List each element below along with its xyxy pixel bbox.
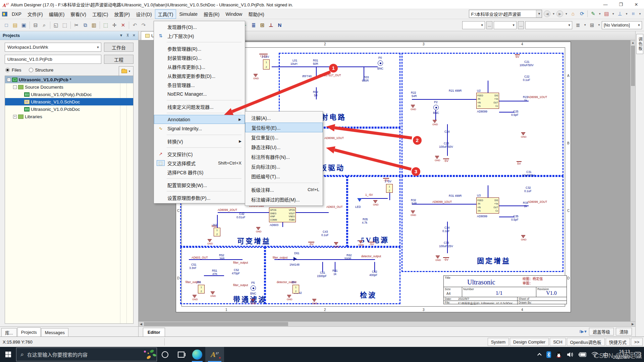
menu-item-报告(R)[interactable]: 报告(R) xyxy=(201,9,222,19)
close-panel-icon[interactable]: ✕ xyxy=(132,33,136,38)
speaker-icon[interactable] xyxy=(567,352,574,358)
tree-item-Ultrasonic_V1.0(Poly).PcbDoc[interactable]: Ultrasonic_V1.0(Poly).PcbDoc xyxy=(5,91,133,98)
tools-menu-item-选择PCB 器件(S)[interactable]: 选择PCB 器件(S) xyxy=(154,168,245,177)
annotation-item-标注编译过的图纸(M)...[interactable]: 标注编译过的图纸(M)... xyxy=(245,194,323,204)
back-history-dropdown[interactable]: ▼ xyxy=(552,12,555,15)
taskbar-clock[interactable]: 16:132022/8/7 xyxy=(613,349,630,360)
forward-button[interactable]: ▶ xyxy=(556,10,563,17)
annotation-item-反向标注(B)...[interactable]: 反向标注(B)... xyxy=(245,162,323,171)
chevron-down-icon[interactable]: ▼ xyxy=(625,12,628,15)
move-icon[interactable]: ✛ xyxy=(110,21,118,29)
pin-icon[interactable]: ⊼ xyxy=(126,33,129,38)
tools-menu-item-转换(V)[interactable]: 转换(V)▶ xyxy=(154,137,245,146)
save-icon[interactable]: ▣ xyxy=(20,21,28,29)
tools-menu-item-设置原理图参数(P)...[interactable]: 设置原理图参数(P)... xyxy=(154,193,245,202)
cut-icon[interactable]: ✂ xyxy=(72,21,80,29)
find-combo-1[interactable]: ▼ xyxy=(462,21,485,29)
statusbar-button->>[interactable]: >> xyxy=(631,338,643,346)
ime-indicator[interactable]: 中 xyxy=(603,351,608,359)
maximize-button[interactable]: ❐ xyxy=(613,0,629,9)
taskbar-altium-button[interactable]: A17 xyxy=(205,347,224,362)
tools-menu-item-发现器件(O)...[interactable]: 发现器件(O)... xyxy=(154,22,245,31)
annotation-item-图纸编号(T)...[interactable]: 图纸编号(T)... xyxy=(245,171,323,181)
annotation-item-复位标号(E)...[interactable]: 复位标号(E)... xyxy=(245,123,323,132)
battery-icon[interactable] xyxy=(579,352,587,357)
tree-item-Ultrasonic_V1.0.PcbDoc[interactable]: Ultrasonic_V1.0.PcbDoc xyxy=(5,105,133,113)
menu-item-DXP[interactable]: DXP xyxy=(9,10,24,18)
annotation-item-注解(A)...[interactable]: 注解(A)... xyxy=(245,113,323,123)
network-icon[interactable] xyxy=(591,352,598,357)
workspace-button[interactable]: 工作台 xyxy=(104,43,133,52)
tools-menu-item-NoERC Manager...[interactable]: NoERC Manager... xyxy=(154,89,245,98)
menu-item-Window[interactable]: Window xyxy=(222,10,245,18)
zoom-area-icon[interactable]: ◱ xyxy=(52,21,60,29)
minimize-button[interactable]: — xyxy=(598,0,613,9)
zoom-fit-icon[interactable]: ⬚ xyxy=(61,21,69,29)
open-project-button[interactable]: ▼ xyxy=(119,66,133,76)
tools-menu-item-上/下层次(H)[interactable]: ⇅上/下层次(H) xyxy=(154,31,245,40)
search-highlight-decoration-icon[interactable] xyxy=(137,349,156,361)
tools-menu-item-参数管理器(R)...[interactable]: 参数管理器(R)... xyxy=(154,44,245,53)
paste-icon[interactable]: ▥ xyxy=(90,21,98,29)
browse-button-2[interactable]: … xyxy=(518,21,524,29)
variations-combo[interactable]: [No Variations] ▼ xyxy=(602,21,642,29)
taskbar-cortana-button[interactable] xyxy=(157,347,173,362)
home-button[interactable]: ⌂ xyxy=(569,10,577,17)
tools-menu-item-交叉探针(C)[interactable]: ↗交叉探针(C) xyxy=(154,149,245,159)
refresh-button[interactable]: ⟳ xyxy=(578,10,586,17)
open-icon[interactable]: ▤ xyxy=(11,21,19,29)
redo-icon[interactable]: ↷ xyxy=(140,21,148,29)
grid-tools-button[interactable]: ⌗ xyxy=(630,10,637,17)
scroll-right-icon[interactable]: ▶ xyxy=(630,322,635,327)
copy-icon[interactable]: ⧉ xyxy=(81,21,89,29)
menu-item-编辑(E)[interactable]: 编辑(E) xyxy=(46,9,68,19)
qq-icon[interactable] xyxy=(556,351,562,358)
chevron-down-icon[interactable]: ▼ xyxy=(639,12,641,15)
palette-panel-tab[interactable]: 调色板 xyxy=(636,34,643,54)
tools-menu-item-配置管脚交换(W)...[interactable]: 配置管脚交换(W)... xyxy=(154,180,245,189)
find-combo-2[interactable]: ▼ xyxy=(494,21,517,29)
mask-filter-icon[interactable]: 8▶▼ xyxy=(580,329,587,334)
taskbar-edge-button[interactable] xyxy=(189,347,205,362)
editor-tab[interactable]: Editor xyxy=(143,328,165,336)
tools-menu-item-Signal Integrity...[interactable]: ∿Signal Integrity... xyxy=(154,124,245,133)
project-button[interactable]: 工程 xyxy=(104,55,133,64)
workspace-combo[interactable]: Workspace1.DsnWrk ▼ xyxy=(5,43,101,52)
statusbar-button-System[interactable]: System xyxy=(488,338,509,346)
vertical-scroll-thumb[interactable] xyxy=(631,46,635,86)
browse-button-1[interactable]: … xyxy=(486,21,492,29)
undo-icon[interactable]: ↶ xyxy=(131,21,139,29)
expand-icon[interactable]: + xyxy=(13,115,17,119)
project-combo[interactable]: Ultrasonic_V1.0.PrjPcb xyxy=(5,55,101,64)
new-document-icon[interactable]: □ xyxy=(2,21,10,29)
tools-menu-item-从数据库更新参数(D)...[interactable]: 从数据库更新参数(D)... xyxy=(154,71,245,80)
panel-tab-库...[interactable]: 库... xyxy=(1,328,17,336)
menu-item-文件(F)[interactable]: 文件(F) xyxy=(24,9,46,19)
panel-tab-Projects[interactable]: Projects xyxy=(17,327,41,336)
menu-item-工具(T)[interactable]: 工具(T) xyxy=(155,9,176,19)
statusbar-button-快捷方式[interactable]: 快捷方式 xyxy=(606,338,630,346)
clear-filter-icon[interactable]: ✕ xyxy=(119,21,127,29)
menu-item-帮助(H)[interactable]: 帮助(H) xyxy=(245,9,267,19)
tools-menu-item-从器件库更新(L)...[interactable]: 从器件库更新(L)... xyxy=(154,62,245,71)
statusbar-button-Design Compiler[interactable]: Design Compiler xyxy=(510,338,549,346)
scroll-up-icon[interactable]: ▲ xyxy=(631,40,635,45)
statusbar-button-OpenBus调色板[interactable]: OpenBus调色板 xyxy=(567,338,605,346)
taskbar-search-input[interactable]: ⌕ 在这里输入你要搜索的内容 xyxy=(16,348,157,361)
back-button[interactable]: ◀ xyxy=(544,10,550,17)
address-path-combo[interactable]: F:\本科毕业设计\超声波驱 ▼ xyxy=(469,10,542,18)
print-preview-icon[interactable]: ⌕ xyxy=(40,21,48,29)
tools-menu-item-交叉选择模式[interactable]: ⬚交叉选择模式Shift+Ctrl+X xyxy=(154,159,245,168)
place-power-port-icon[interactable]: ⊥ xyxy=(267,21,275,29)
tray-expand-icon[interactable] xyxy=(537,353,542,357)
task-view-button[interactable] xyxy=(173,347,189,362)
tree-item-Ultrasonic_V1.0.PrjPcb *[interactable]: -Ultrasonic_V1.0.PrjPcb * xyxy=(5,76,133,83)
menu-item-察看(V)[interactable]: 察看(V) xyxy=(67,9,89,19)
tools-menu-item-条目管理器...[interactable]: 条目管理器... xyxy=(154,80,245,89)
chevron-down-icon[interactable]: ▼ xyxy=(536,10,542,17)
tree-item-Source Documents[interactable]: -Source Documents xyxy=(5,83,133,91)
tools-menu-item-封装管理器(G)...[interactable]: 封装管理器(G)... xyxy=(154,53,245,62)
place-part-icon[interactable]: ⊞ xyxy=(258,21,266,29)
select-area-icon[interactable]: ⬚ xyxy=(102,21,110,29)
place-bus-icon[interactable]: ≣ xyxy=(250,21,258,29)
